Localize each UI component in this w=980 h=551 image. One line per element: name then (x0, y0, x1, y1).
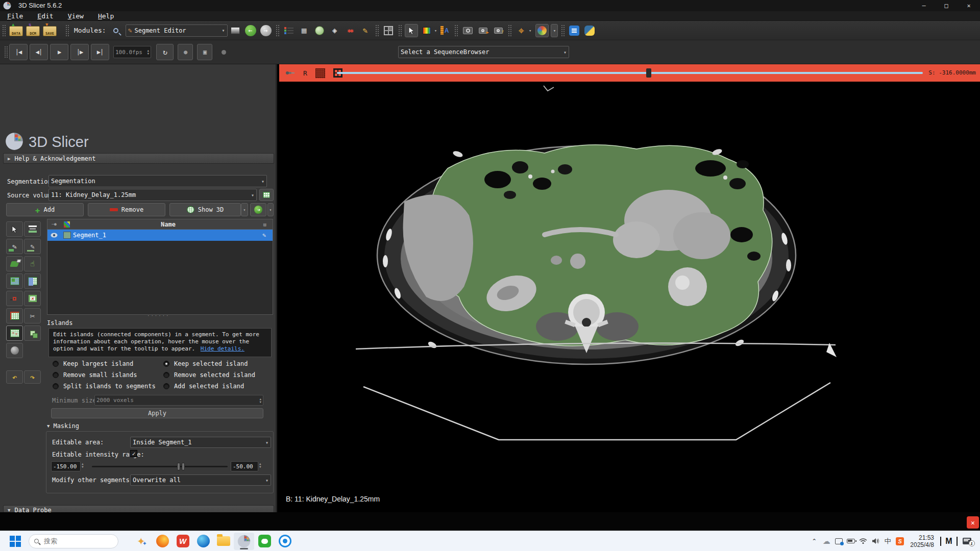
seq-play-button[interactable]: ▶ (50, 44, 68, 60)
segment-visibility-toggle[interactable] (47, 233, 61, 238)
tray-m-logo-icon[interactable]: M (940, 537, 958, 546)
tray-wifi-icon[interactable] (857, 534, 869, 548)
segmentation-selector[interactable]: Segmentation▾ (48, 175, 267, 187)
visibility-column-icon[interactable]: ─● (47, 222, 61, 227)
toolbar-grip[interactable] (508, 24, 511, 37)
help-acknowledgement-section[interactable]: ▶ Help & Acknowledgement (3, 153, 274, 164)
switch-to-segmentations-button[interactable]: ➜ (250, 203, 266, 216)
seq-previous-frame-button[interactable]: ◀| (30, 44, 48, 60)
python-console-icon[interactable] (583, 24, 596, 37)
effect-level-tracing-button[interactable]: ☝ (24, 256, 41, 271)
tray-battery-icon[interactable] (845, 534, 857, 548)
search-input[interactable] (43, 537, 99, 545)
column-settings-icon[interactable]: ▤ (263, 222, 273, 227)
taskbar-search-box[interactable] (29, 534, 118, 548)
sequence-browser-selector[interactable]: Select a SequenceBrowser▾ (398, 46, 569, 58)
range-slider-handle-max[interactable] (182, 463, 185, 470)
seq-last-frame-button[interactable]: ▶| (91, 44, 109, 60)
taskbar-explorer-icon[interactable] (213, 533, 234, 550)
load-dicom-button[interactable]: ⇅ DCM (26, 26, 40, 36)
close-button[interactable]: ✕ (958, 0, 980, 11)
seq-first-frame-button[interactable]: |◀ (9, 44, 28, 60)
effect-erase-button[interactable] (6, 256, 23, 271)
minimize-button[interactable]: – (913, 0, 935, 11)
segmentation-nodes-button[interactable] (259, 189, 274, 201)
undo-button[interactable]: ↶ (6, 370, 23, 384)
tray-clock[interactable]: 21:53 2025/4/8 (910, 534, 934, 548)
effect-mask-volume-button[interactable] (6, 343, 23, 358)
scene-view-restore-icon[interactable]: ! (492, 24, 505, 37)
effect-none-button[interactable] (6, 221, 23, 237)
option-keep-largest-island[interactable]: Keep largest island (53, 360, 133, 367)
remove-segment-button[interactable]: Remove (88, 203, 165, 216)
color-column-icon[interactable] (61, 221, 73, 228)
redo-button[interactable]: ↷ (24, 370, 41, 384)
segment-row[interactable]: Segment_1 ✎ (47, 230, 273, 241)
surface-models-icon[interactable] (313, 24, 326, 37)
segment-color-swatch[interactable] (61, 232, 73, 239)
window-level-icon[interactable] (420, 24, 433, 37)
layout-selector-icon[interactable] (382, 24, 395, 37)
slice-offset-slider[interactable] (337, 72, 923, 74)
tray-chevron-up-icon[interactable]: ⌃ (808, 534, 820, 548)
toolbar-grip[interactable] (4, 46, 8, 58)
tray-notifications-icon[interactable]: 1 (958, 534, 976, 548)
source-volume-selector[interactable]: 11: Kidney_Delay_1.25mm▾ (48, 189, 257, 201)
volume-rendering-icon[interactable]: ▦ (298, 24, 311, 37)
overlay-close-button[interactable]: ✕ (967, 516, 979, 529)
effect-grow-from-seeds-button[interactable] (6, 273, 23, 289)
option-remove-selected-island[interactable]: Remove selected island (163, 371, 255, 379)
tray-ime-icon[interactable]: 中 (881, 534, 894, 548)
seq-fps-spinbox[interactable]: 100.0fps ▲▼ (113, 46, 151, 58)
toolbar-grip[interactable] (375, 24, 379, 37)
toolbar-grip[interactable] (276, 24, 279, 37)
segment-edit-icon[interactable]: ✎ (262, 232, 273, 239)
taskbar-copilot-icon[interactable]: ✦✦ (132, 533, 152, 550)
option-add-selected-island[interactable]: Add selected island (163, 383, 244, 390)
taskbar-wps-icon[interactable]: W (173, 533, 193, 550)
apply-button[interactable]: Apply (51, 408, 263, 418)
toolbar-grip[interactable] (2, 24, 6, 37)
effect-logical-operators-button[interactable] (24, 325, 41, 341)
taskbar-firefox-icon[interactable] (152, 533, 173, 550)
pinwheel-dropdown-button[interactable]: ▾ (551, 24, 558, 37)
extensions-pinwheel-button[interactable] (535, 24, 549, 37)
chevron-down-icon[interactable]: ▾ (529, 28, 531, 33)
seq-next-frame-button[interactable]: |▶ (70, 44, 89, 60)
ct-axial-image[interactable] (279, 82, 980, 512)
extensions-manager-icon[interactable] (568, 24, 581, 37)
pin-icon[interactable] (286, 70, 295, 76)
seq-record-button[interactable]: ● (178, 44, 193, 60)
module-forward-button[interactable]: → (259, 24, 273, 37)
intensity-min-spinner[interactable]: ▲▼ (82, 462, 84, 468)
seq-loop-button[interactable]: ↻ (156, 44, 174, 60)
show-3d-button[interactable]: Show 3D (169, 203, 241, 216)
crosshair-icon[interactable]: ⌖ (514, 24, 528, 37)
menu-view[interactable]: View (61, 11, 91, 21)
menu-edit[interactable]: Edit (30, 11, 60, 21)
name-column-header[interactable]: Name (73, 221, 263, 228)
chevron-down-icon[interactable]: ▾ (434, 28, 437, 33)
save-data-button[interactable]: ▼ SAVE (43, 26, 57, 36)
option-remove-small-islands[interactable]: Remove small islands (53, 371, 137, 379)
slice-visibility-icon[interactable] (315, 68, 325, 78)
module-home-icon[interactable] (282, 24, 296, 37)
toolbar-grip[interactable] (65, 24, 69, 37)
option-keep-selected-island[interactable]: Keep selected island (163, 360, 248, 367)
effect-threshold-button[interactable] (24, 221, 41, 237)
intensity-max-spinner[interactable]: ▲▼ (259, 462, 261, 468)
show-3d-dropdown[interactable]: ▾ (241, 203, 248, 216)
load-data-button[interactable]: ▲ DATA (9, 26, 23, 36)
menu-file[interactable]: File (0, 11, 30, 21)
effect-hollow-button[interactable]: ✕ (24, 291, 41, 306)
effect-fill-between-slices-button[interactable] (24, 273, 41, 289)
screenshot-icon[interactable] (461, 24, 474, 37)
module-selector[interactable]: ✎ Segment Editor▾ (126, 24, 228, 37)
tray-sogou-icon[interactable]: S (894, 534, 906, 548)
intensity-range-checkbox[interactable]: ✓ (130, 450, 137, 457)
tray-cast-icon[interactable] (832, 534, 845, 548)
ruler-annotation-icon[interactable]: A (438, 24, 451, 37)
tray-onedrive-icon[interactable]: ☁ (820, 534, 832, 548)
intensity-max-spinbox[interactable]: -50.00 (231, 461, 258, 471)
mesh-icon[interactable]: ◈ (328, 24, 341, 37)
